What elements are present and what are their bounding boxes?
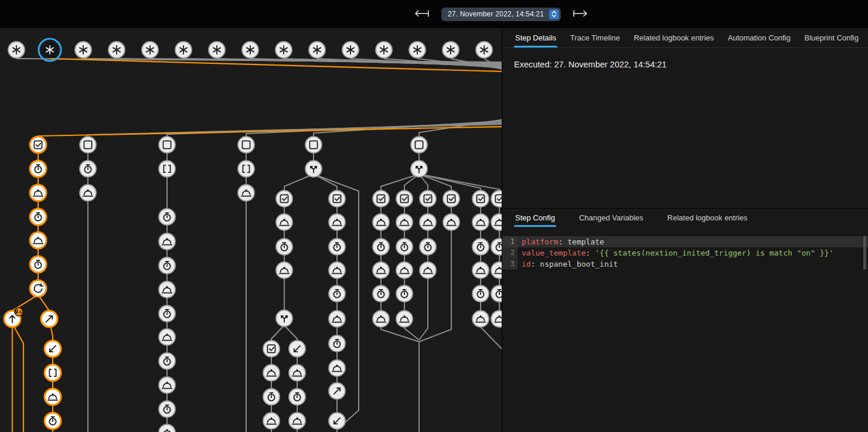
next-run-button[interactable] xyxy=(570,8,590,21)
node-service-icon[interactable] xyxy=(263,413,280,429)
node-condition-icon[interactable] xyxy=(443,191,459,207)
tab-step-config[interactable]: Step Config xyxy=(514,209,556,227)
node-trigger-icon[interactable] xyxy=(175,42,192,58)
node-condition-icon[interactable] xyxy=(373,191,389,207)
node-brackets-icon[interactable] xyxy=(45,365,61,381)
node-service-icon[interactable] xyxy=(289,365,305,381)
node-choose-icon[interactable] xyxy=(411,161,427,177)
node-delay-icon[interactable] xyxy=(420,239,436,255)
node-condition-icon[interactable] xyxy=(491,191,502,207)
node-service-icon[interactable] xyxy=(420,262,436,278)
node-condition-icon[interactable] xyxy=(276,191,292,207)
node-trigger-icon[interactable] xyxy=(409,42,426,58)
node-arrow-bottom-left-icon[interactable] xyxy=(329,413,345,429)
node-service-icon[interactable] xyxy=(159,281,175,298)
node-delay-icon[interactable] xyxy=(80,161,96,177)
node-condition-icon[interactable] xyxy=(329,191,345,207)
node-service-icon[interactable] xyxy=(276,262,292,278)
node-service-icon[interactable] xyxy=(238,185,254,201)
node-service-icon[interactable] xyxy=(30,232,46,249)
node-delay-icon[interactable] xyxy=(159,305,175,322)
node-trigger-icon[interactable] xyxy=(376,42,392,58)
node-service-icon[interactable] xyxy=(159,233,175,250)
node-delay-icon[interactable] xyxy=(30,256,46,273)
node-trigger-icon[interactable] xyxy=(342,42,359,58)
node-trigger-icon[interactable] xyxy=(209,42,225,58)
node-delay-icon[interactable] xyxy=(396,239,413,255)
node-arrow-bottom-left-icon[interactable] xyxy=(45,341,61,357)
node-delay-icon[interactable] xyxy=(491,239,502,255)
tab-step-details[interactable]: Step Details xyxy=(514,28,557,47)
node-trigger-icon[interactable] xyxy=(275,42,292,58)
node-delay-icon[interactable] xyxy=(263,389,280,405)
node-square-icon[interactable] xyxy=(159,137,175,153)
node-trigger-icon[interactable] xyxy=(39,39,61,61)
node-trigger-icon[interactable] xyxy=(142,42,158,58)
node-square-icon[interactable] xyxy=(238,137,254,153)
node-trigger-icon[interactable] xyxy=(8,42,25,58)
node-delay-icon[interactable] xyxy=(373,239,389,255)
node-delay-icon[interactable] xyxy=(289,389,305,405)
node-square-icon[interactable] xyxy=(305,137,322,153)
node-delay-icon[interactable] xyxy=(329,285,345,302)
node-delay-icon[interactable] xyxy=(159,209,175,225)
editor-scrollbar[interactable] xyxy=(863,236,866,270)
node-choose-icon[interactable] xyxy=(276,310,292,326)
node-service-icon[interactable] xyxy=(396,262,413,278)
node-service-icon[interactable] xyxy=(159,424,175,432)
node-trigger-icon[interactable] xyxy=(242,42,258,58)
node-delay-icon[interactable] xyxy=(159,401,175,417)
node-service-icon[interactable] xyxy=(159,329,175,345)
tab-related-logbook-entries[interactable]: Related logbook entries xyxy=(632,28,715,47)
automation-trace-graph[interactable]: 9+ xyxy=(0,0,502,432)
node-service-icon[interactable] xyxy=(329,262,345,278)
node-brackets-icon[interactable] xyxy=(238,161,254,177)
node-arrow-top-right-icon[interactable] xyxy=(41,311,57,327)
node-service-icon[interactable] xyxy=(263,365,280,381)
node-service-icon[interactable] xyxy=(491,214,502,230)
previous-run-button[interactable] xyxy=(412,8,432,21)
node-service-icon[interactable] xyxy=(491,262,502,278)
code-line-1[interactable]: 1platform: template xyxy=(502,236,868,247)
node-delay-icon[interactable] xyxy=(45,413,61,429)
node-delay-icon[interactable] xyxy=(276,239,292,255)
node-delay-icon[interactable] xyxy=(30,161,46,177)
node-delay-icon[interactable] xyxy=(30,209,46,225)
node-delay-icon[interactable] xyxy=(396,285,413,302)
node-service-icon[interactable] xyxy=(396,214,413,230)
node-service-icon[interactable] xyxy=(80,185,96,201)
node-delay-icon[interactable] xyxy=(491,285,502,302)
node-service-icon[interactable] xyxy=(373,311,389,327)
node-trigger-icon[interactable] xyxy=(108,42,125,58)
code-line-3[interactable]: 3id: nspanel_boot_init xyxy=(502,258,868,270)
tab-trace-timeline[interactable]: Trace Timeline xyxy=(569,28,621,47)
node-service-icon[interactable] xyxy=(396,311,413,327)
yaml-code-editor[interactable]: 1platform: template2value_template: '{{ … xyxy=(502,236,868,270)
node-choose-icon[interactable] xyxy=(305,161,322,177)
node-service-icon[interactable] xyxy=(289,413,305,429)
node-service-icon[interactable] xyxy=(329,214,345,230)
node-service-icon[interactable] xyxy=(472,311,489,327)
node-service-icon[interactable] xyxy=(30,185,46,201)
node-square-icon[interactable] xyxy=(80,137,96,153)
tab-related-logbook-entries[interactable]: Related logbook entries xyxy=(666,209,749,227)
node-service-icon[interactable] xyxy=(420,214,436,230)
node-service-icon[interactable] xyxy=(491,311,502,327)
tab-changed-variables[interactable]: Changed Variables xyxy=(578,209,645,227)
node-delay-icon[interactable] xyxy=(159,257,175,274)
node-delay-icon[interactable] xyxy=(472,239,489,255)
tab-automation-config[interactable]: Automation Config xyxy=(727,28,792,47)
node-service-icon[interactable] xyxy=(45,389,61,405)
node-service-icon[interactable] xyxy=(472,262,489,278)
node-trigger-icon[interactable] xyxy=(442,42,459,58)
node-condition-icon[interactable] xyxy=(420,191,436,207)
node-square-icon[interactable] xyxy=(411,137,427,153)
node-delay-icon[interactable] xyxy=(373,285,389,302)
node-arrow-top-right-icon[interactable] xyxy=(329,383,345,399)
node-condition-icon[interactable] xyxy=(263,341,280,357)
node-delay-icon[interactable] xyxy=(329,239,345,255)
node-trigger-icon[interactable] xyxy=(75,42,91,58)
node-service-icon[interactable] xyxy=(373,262,389,278)
node-delay-icon[interactable] xyxy=(159,353,175,369)
node-trigger-icon[interactable] xyxy=(309,42,325,58)
